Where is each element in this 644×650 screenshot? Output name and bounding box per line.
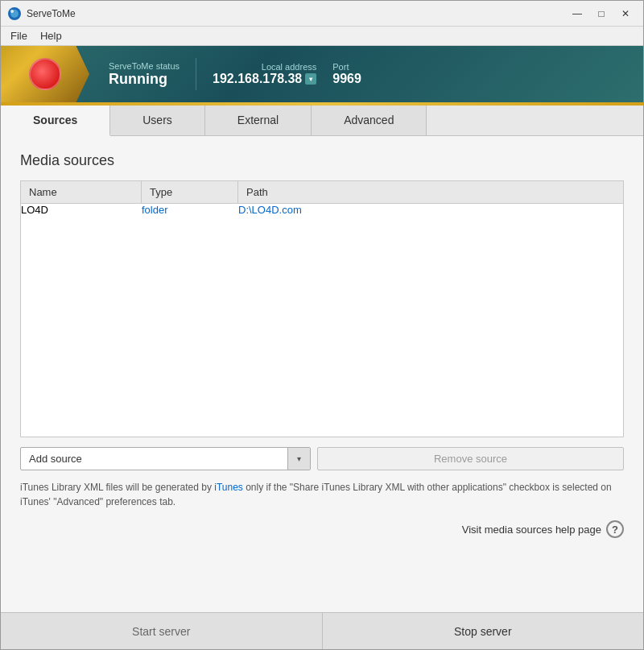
main-content: Media sources Name Type Path LO4D folder… xyxy=(1,136,643,649)
status-info: ServeToMe status Running xyxy=(89,61,180,88)
title-bar: ServeToMe — □ ✕ xyxy=(1,1,643,27)
help-link-text[interactable]: Visit media sources help page xyxy=(462,524,601,536)
status-divider xyxy=(196,58,196,90)
app-window: ServeToMe — □ ✕ File Help ServeToMe stat… xyxy=(0,0,644,650)
remove-source-button[interactable]: Remove source xyxy=(317,447,624,470)
stop-server-button[interactable]: Stop server xyxy=(323,613,644,649)
logo-area xyxy=(1,46,89,102)
add-source-arrow-icon[interactable]: ▾ xyxy=(287,448,310,470)
close-button[interactable]: ✕ xyxy=(614,5,637,23)
cell-path: D:\LO4D.com xyxy=(238,204,623,216)
tab-sources[interactable]: Sources xyxy=(1,106,110,136)
info-text: iTunes Library XML files will be generat… xyxy=(20,480,624,509)
help-row: Visit media sources help page ? xyxy=(20,520,624,538)
col-header-type: Type xyxy=(142,181,238,204)
port-label: Port xyxy=(332,62,361,72)
cell-name: LO4D xyxy=(21,204,142,216)
sources-table: Name Type Path xyxy=(20,180,624,204)
table-row[interactable]: LO4D folder D:\LO4D.com xyxy=(21,204,623,216)
address-value: 192.168.178.38 ▾ xyxy=(213,72,316,86)
tab-external[interactable]: External xyxy=(205,106,312,135)
sources-data-table: LO4D folder D:\LO4D.com xyxy=(21,204,623,216)
tab-users[interactable]: Users xyxy=(110,106,205,135)
window-title: ServeToMe xyxy=(27,8,566,19)
menu-file[interactable]: File xyxy=(4,28,34,43)
tabs-bar: Sources Users External Advanced xyxy=(1,106,643,136)
table-header-row: Name Type Path xyxy=(21,181,624,204)
address-label: Local address xyxy=(213,62,316,72)
col-header-name: Name xyxy=(21,181,142,204)
logo-circle xyxy=(29,58,61,90)
add-source-dropdown[interactable]: Add source ▾ xyxy=(20,447,311,470)
status-label: ServeToMe status xyxy=(109,61,180,71)
address-dropdown[interactable]: ▾ xyxy=(305,73,316,85)
status-bar: ServeToMe status Running Local address 1… xyxy=(1,46,643,102)
menu-bar: File Help xyxy=(1,27,643,46)
cell-type: folder xyxy=(142,204,238,216)
maximize-button[interactable]: □ xyxy=(590,5,613,23)
port-section: Port 9969 xyxy=(332,62,361,86)
app-icon xyxy=(7,6,22,21)
window-controls: — □ ✕ xyxy=(566,5,637,23)
port-value: 9969 xyxy=(332,72,361,86)
section-title: Media sources xyxy=(20,152,624,169)
action-buttons: Add source ▾ Remove source xyxy=(20,447,624,470)
status-value: Running xyxy=(109,71,180,88)
tab-advanced[interactable]: Advanced xyxy=(312,106,427,135)
minimize-button[interactable]: — xyxy=(566,5,588,23)
bottom-bar: Start server Stop server xyxy=(1,612,643,649)
help-icon[interactable]: ? xyxy=(606,520,624,538)
add-source-label: Add source xyxy=(21,448,287,470)
info-text-part1: iTunes Library XML files will be generat… xyxy=(20,482,214,493)
address-section: Local address 192.168.178.38 ▾ xyxy=(213,62,316,86)
col-header-path: Path xyxy=(238,181,624,204)
svg-point-2 xyxy=(10,10,14,13)
menu-help[interactable]: Help xyxy=(34,28,68,43)
itunes-link[interactable]: iTunes xyxy=(214,482,243,493)
table-body-area[interactable]: LO4D folder D:\LO4D.com xyxy=(20,204,624,437)
start-server-button[interactable]: Start server xyxy=(1,613,323,649)
